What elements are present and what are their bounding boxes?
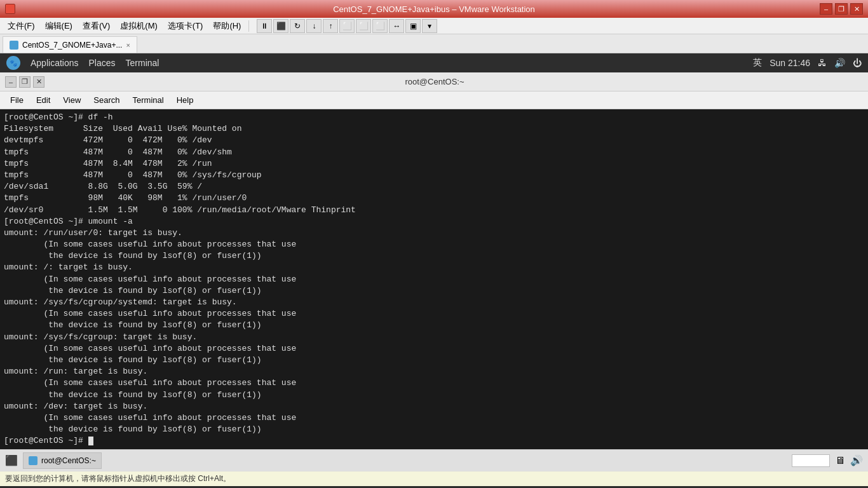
menu-separator xyxy=(248,20,249,32)
toolbar-btn6[interactable]: ⬜ xyxy=(339,19,355,33)
vmware-menu-help[interactable]: 帮助(H) xyxy=(208,19,246,33)
terminal-window-controls: – ❐ ✕ xyxy=(5,76,44,88)
toolbar-btn8[interactable]: ⬜ xyxy=(372,19,388,33)
vmware-bottombar-right: 🖥 🔊 xyxy=(792,454,863,467)
vmware-tabbar: CentOS_7_GNOME+Java+... × xyxy=(0,34,868,53)
vm-device-icon1[interactable]: 🖥 xyxy=(835,455,845,466)
pause-icon[interactable]: ⏸ xyxy=(257,19,272,33)
terminal-menu-edit[interactable]: Edit xyxy=(31,94,55,106)
toolbar-btn9[interactable]: ↔ xyxy=(389,19,404,33)
terminal-menubar: File Edit View Search Terminal Help xyxy=(0,92,868,109)
toolbar-btn10[interactable]: ▣ xyxy=(405,19,421,33)
vmware-app-icon xyxy=(5,4,15,14)
vmware-close-button[interactable]: ✕ xyxy=(850,3,863,15)
zoom-box xyxy=(792,454,830,467)
network-icon[interactable]: 🖧 xyxy=(818,58,827,68)
vmware-bottombar: ⬛ root@CentOS:~ 🖥 🔊 xyxy=(0,449,868,471)
vm-task-icon xyxy=(29,456,37,465)
vm-task-button[interactable]: root@CentOS:~ xyxy=(23,452,102,469)
vmware-menubar: 文件(F) 编辑(E) 查看(V) 虚拟机(M) 选项卡(T) 帮助(H) ⏸ … xyxy=(0,18,868,34)
toolbar-btn2[interactable]: ⬛ xyxy=(273,19,288,33)
vm-device-icon2[interactable]: 🔊 xyxy=(850,454,863,466)
vmware-title: CentOS_7_GNOME+Java+ibus – VMware Workst… xyxy=(333,4,535,14)
terminal-content[interactable]: [root@CentOS ~]# df -h Filesystem Size U… xyxy=(0,109,868,449)
gnome-logo-icon: 🐾 xyxy=(6,56,20,70)
vm-snap-icon[interactable]: ⬛ xyxy=(5,454,18,466)
status-hint-text: 要返回到您的计算机，请将鼠标指针从虚拟机中移出或按 Ctrl+Alt。 xyxy=(5,473,231,484)
terminal-cursor xyxy=(88,437,93,445)
gnome-terminal-menu[interactable]: Terminal xyxy=(126,58,159,68)
volume-icon[interactable]: 🔊 xyxy=(834,58,845,68)
vmware-restore-button[interactable]: ❐ xyxy=(835,3,848,15)
terminal-titlebar: – ❐ ✕ root@CentOS:~ xyxy=(0,72,868,92)
vm-tab-close[interactable]: × xyxy=(126,41,130,49)
toolbar-btn4[interactable]: ↓ xyxy=(306,19,322,33)
terminal-window: – ❐ ✕ root@CentOS:~ File Edit View Searc… xyxy=(0,72,868,449)
vmware-minimize-button[interactable]: – xyxy=(820,3,832,15)
toolbar-btn3[interactable]: ↻ xyxy=(290,19,305,33)
terminal-menu-file[interactable]: File xyxy=(5,94,29,106)
vm-tab[interactable]: CentOS_7_GNOME+Java+... × xyxy=(3,36,137,53)
terminal-title: root@CentOS:~ xyxy=(44,77,825,86)
terminal-menu-help[interactable]: Help xyxy=(172,94,199,106)
gnome-topbar-right: 英 Sun 21:46 🖧 🔊 ⏻ xyxy=(753,57,862,69)
status-hintbar: 要返回到您的计算机，请将鼠标指针从虚拟机中移出或按 Ctrl+Alt。 xyxy=(0,471,868,486)
terminal-menu-view[interactable]: View xyxy=(58,94,86,106)
toolbar-btn7[interactable]: ⬜ xyxy=(356,19,371,33)
terminal-close-button[interactable]: ✕ xyxy=(33,76,44,88)
vmware-titlebar: CentOS_7_GNOME+Java+ibus – VMware Workst… xyxy=(0,0,868,18)
terminal-menu-search[interactable]: Search xyxy=(88,94,125,106)
vmware-menu-file[interactable]: 文件(F) xyxy=(3,19,40,33)
terminal-menu-terminal[interactable]: Terminal xyxy=(128,94,169,106)
toolbar-btn11[interactable]: ▾ xyxy=(422,19,437,33)
vmware-menu-edit[interactable]: 编辑(E) xyxy=(40,19,78,33)
gnome-topbar: 🐾 Applications Places Terminal 英 Sun 21:… xyxy=(0,53,868,72)
gnome-topbar-left: 🐾 Applications Places Terminal xyxy=(6,56,159,70)
vm-tab-label: CentOS_7_GNOME+Java+... xyxy=(22,41,122,50)
toolbar-btn5[interactable]: ↑ xyxy=(323,19,338,33)
terminal-restore-button[interactable]: ❐ xyxy=(19,76,31,88)
gnome-applications-menu[interactable]: Applications xyxy=(31,58,79,68)
vm-task-label: root@CentOS:~ xyxy=(41,456,96,465)
terminal-minimize-button[interactable]: – xyxy=(5,76,17,88)
lang-indicator[interactable]: 英 xyxy=(753,57,762,69)
vmware-toolbar: ⏸ ⬛ ↻ ↓ ↑ ⬜ ⬜ ⬜ ↔ ▣ ▾ xyxy=(257,19,437,33)
power-icon[interactable]: ⏻ xyxy=(853,58,862,68)
clock-label: Sun 21:46 xyxy=(770,58,810,68)
vmware-menu-view[interactable]: 查看(V) xyxy=(78,19,115,33)
vmware-menu-vm[interactable]: 虚拟机(M) xyxy=(115,19,163,33)
vm-tab-icon xyxy=(10,41,18,50)
vmware-menu-tabs[interactable]: 选项卡(T) xyxy=(163,19,208,33)
vmware-window-controls: – ❐ ✕ xyxy=(820,3,863,15)
gnome-places-menu[interactable]: Places xyxy=(89,58,116,68)
